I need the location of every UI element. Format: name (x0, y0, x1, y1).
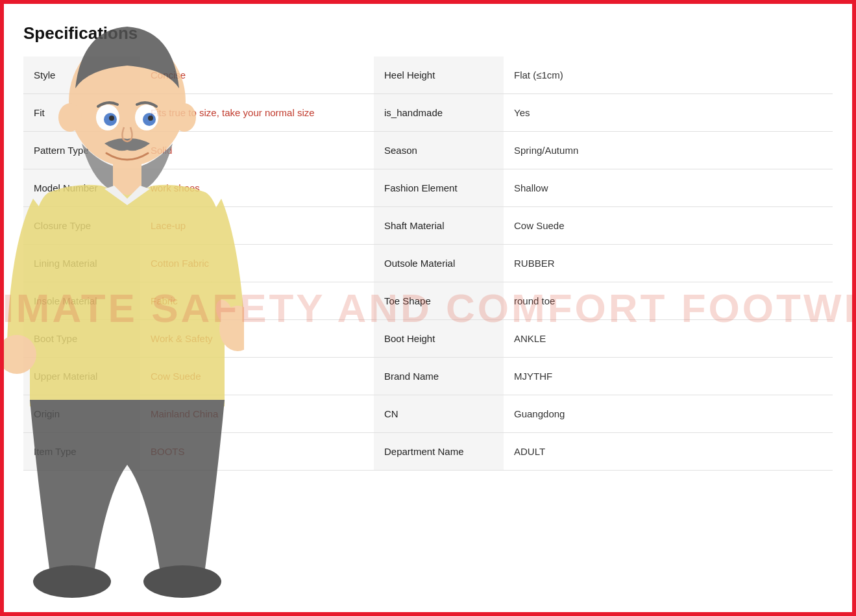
spec-label-right: Outsole Material (374, 245, 504, 282)
page-title: Specifications (23, 23, 833, 43)
spec-value-right: ANKLE (504, 320, 833, 358)
spec-label-right: Toe Shape (374, 282, 504, 320)
table-row: Upper MaterialCow SuedeBrand NameMJYTHF (23, 358, 833, 395)
svg-point-14 (33, 565, 111, 598)
spec-label-left: Boot Type (23, 320, 140, 358)
svg-point-15 (143, 565, 221, 598)
spec-label-left: Pattern Type (23, 132, 140, 169)
spec-value-left: Work & Safety (140, 320, 374, 358)
table-row: Lining MaterialCotton FabricOutsole Mate… (23, 245, 833, 282)
spec-label-right: Brand Name (374, 358, 504, 395)
spec-label-left: Style (23, 56, 140, 94)
spec-value-right: Flat (≤1cm) (504, 56, 833, 94)
spec-label-left: Item Type (23, 433, 140, 471)
spec-label-right: Fashion Element (374, 169, 504, 207)
specifications-table: StyleConciseHeel HeightFlat (≤1cm)FitFit… (23, 56, 833, 471)
spec-value-right: Spring/Autumn (504, 132, 833, 169)
spec-label-right: Shaft Material (374, 207, 504, 245)
spec-value-left: BOOTS (140, 433, 374, 471)
spec-label-right: Heel Height (374, 56, 504, 94)
spec-value-left: Cow Suede (140, 358, 374, 395)
spec-value-left: Fits true to size, take your normal size (140, 94, 374, 132)
spec-label-left: Upper Material (23, 358, 140, 395)
spec-value-left: Solid (140, 132, 374, 169)
table-row: Pattern TypeSolidSeasonSpring/Autumn (23, 132, 833, 169)
spec-label-right: Season (374, 132, 504, 169)
table-row: Boot TypeWork & SafetyBoot HeightANKLE (23, 320, 833, 358)
spec-value-right: ADULT (504, 433, 833, 471)
spec-label-left: Fit (23, 94, 140, 132)
spec-value-right: MJYTHF (504, 358, 833, 395)
spec-value-right: round toe (504, 282, 833, 320)
spec-value-left: Mainland China (140, 395, 374, 433)
spec-label-right: CN (374, 395, 504, 433)
table-row: Insole MaterialFabricToe Shaperound toe (23, 282, 833, 320)
spec-value-right: Guangdong (504, 395, 833, 433)
spec-value-right: Yes (504, 94, 833, 132)
spec-value-left: work shoes (140, 169, 374, 207)
spec-value-left: Cotton Fabric (140, 245, 374, 282)
spec-label-left: Closure Type (23, 207, 140, 245)
spec-label-left: Lining Material (23, 245, 140, 282)
spec-label-right: Boot Height (374, 320, 504, 358)
table-row: Closure TypeLace-upShaft MaterialCow Sue… (23, 207, 833, 245)
table-row: StyleConciseHeel HeightFlat (≤1cm) (23, 56, 833, 94)
spec-value-left: Fabric (140, 282, 374, 320)
specifications-section: Specifications StyleConciseHeel HeightFl… (4, 4, 852, 484)
spec-value-left: Lace-up (140, 207, 374, 245)
spec-value-left: Concise (140, 56, 374, 94)
spec-label-left: Insole Material (23, 282, 140, 320)
table-row: Item TypeBOOTSDepartment NameADULT (23, 433, 833, 471)
spec-label-right: is_handmade (374, 94, 504, 132)
table-row: Model Numberwork shoesFashion ElementSha… (23, 169, 833, 207)
table-row: OriginMainland ChinaCNGuangdong (23, 395, 833, 433)
spec-value-right: Cow Suede (504, 207, 833, 245)
spec-label-left: Model Number (23, 169, 140, 207)
table-row: FitFits true to size, take your normal s… (23, 94, 833, 132)
spec-label-right: Department Name (374, 433, 504, 471)
spec-value-right: Shallow (504, 169, 833, 207)
spec-label-left: Origin (23, 395, 140, 433)
spec-value-right: RUBBER (504, 245, 833, 282)
